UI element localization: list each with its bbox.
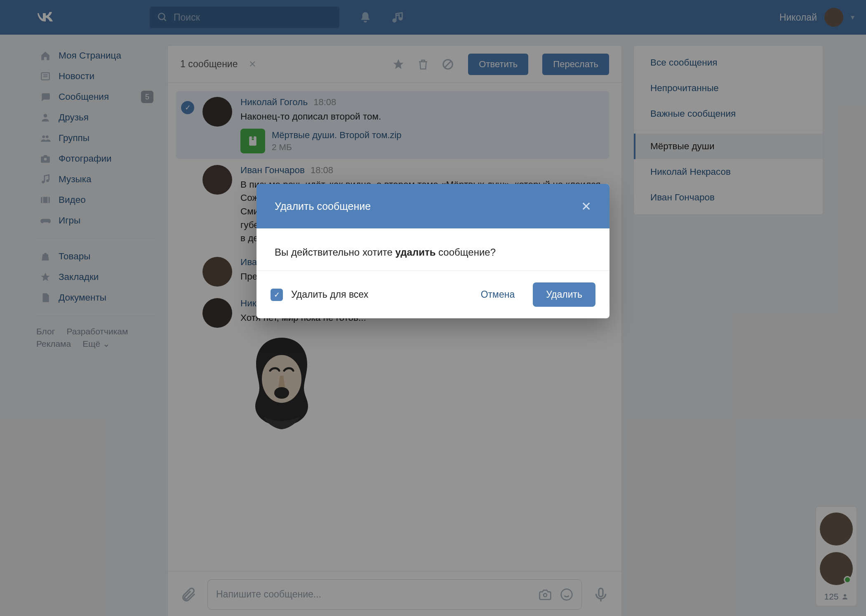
modal-title: Удалить сообщение (275, 200, 371, 212)
delete-button[interactable]: Удалить (533, 282, 595, 307)
checkbox-label[interactable]: Удалить для всех (291, 289, 368, 300)
modal-body: Вы действительно хотите удалить сообщени… (257, 228, 609, 270)
cancel-button[interactable]: Отмена (471, 283, 525, 306)
checkbox-delete-for-all[interactable]: ✓ (271, 289, 283, 301)
modal-header: Удалить сообщение ✕ (257, 184, 609, 228)
close-icon[interactable]: ✕ (581, 199, 591, 214)
modal-footer: ✓ Удалить для всех Отмена Удалить (257, 270, 609, 318)
delete-message-modal: Удалить сообщение ✕ Вы действительно хот… (257, 184, 609, 318)
